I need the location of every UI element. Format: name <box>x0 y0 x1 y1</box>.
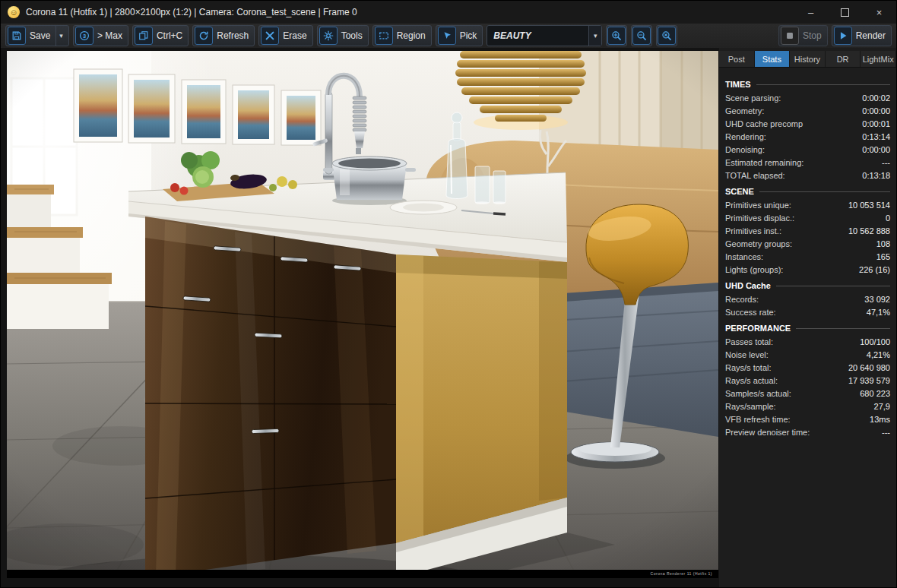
stat-value: 226 (16) <box>859 265 890 275</box>
stat-row: Samples/s actual:680 223 <box>719 387 896 400</box>
save-button[interactable]: Save ▾ <box>5 25 69 46</box>
stat-label: Rays/s actual: <box>725 376 778 386</box>
channel-dropdown-arrow[interactable]: ▾ <box>588 26 601 46</box>
stat-label: Scene parsing: <box>725 93 781 103</box>
minimize-button[interactable]: – <box>794 1 828 24</box>
zoom-out-button[interactable] <box>631 25 652 46</box>
tools-button[interactable]: Tools <box>317 25 369 46</box>
zoom-reset-button[interactable] <box>656 25 677 46</box>
stat-value: 13ms <box>870 415 890 425</box>
stat-label: Success rate: <box>725 308 776 318</box>
stat-label: Preview denoiser time: <box>725 428 810 438</box>
stat-value: 0:13:14 <box>862 132 890 142</box>
stats-section-title: PERFORMANCE <box>719 319 896 336</box>
channel-value: BEAUTY <box>487 30 588 41</box>
stats-section-title: TIMES <box>719 75 896 92</box>
stat-label: Primitives unique: <box>725 201 791 210</box>
save-label: Save <box>30 30 50 41</box>
tab-lightmix[interactable]: LightMix <box>861 51 896 67</box>
stat-label: Rays/s total: <box>725 363 772 373</box>
copy-label: Ctrl+C <box>157 30 182 41</box>
stat-row: Scene parsing:0:00:02 <box>719 92 896 105</box>
svg-text:3: 3 <box>83 33 86 40</box>
save-icon <box>8 27 26 45</box>
zoom-in-button[interactable] <box>606 25 627 46</box>
stat-value: 47,1% <box>867 308 890 318</box>
stat-value: 20 640 980 <box>848 363 890 373</box>
stats-section-title: SCENE <box>719 182 896 199</box>
copy-icon <box>135 27 153 45</box>
stat-label: UHD cache precomp <box>725 119 803 129</box>
erase-icon <box>261 27 279 45</box>
stat-value: 0:00:01 <box>862 119 890 129</box>
render-stamp: Corona Renderer 11 (Hotfix 1) <box>7 570 718 578</box>
stat-label: Records: <box>725 295 759 305</box>
zoom-reset-icon <box>658 27 676 45</box>
stop-label: Stop <box>803 30 822 41</box>
pick-arrow-icon <box>438 27 456 45</box>
erase-label: Erase <box>283 30 306 41</box>
stat-value: 108 <box>876 239 890 249</box>
stat-label: Samples/s actual: <box>725 389 791 399</box>
render-button[interactable]: Render <box>832 25 892 46</box>
region-icon <box>375 27 393 45</box>
tools-label: Tools <box>341 30 363 41</box>
stat-row: Preview denoiser time:--- <box>719 426 896 439</box>
stat-label: Geometry: <box>725 106 764 116</box>
refresh-button[interactable]: Refresh <box>192 25 255 46</box>
stat-value: 17 939 579 <box>848 376 890 386</box>
copy-button[interactable]: Ctrl+C <box>132 25 189 46</box>
side-panel: PostStatsHistoryDRLightMix TIMESScene pa… <box>719 48 896 587</box>
stat-value: 100/100 <box>860 337 890 347</box>
channel-select[interactable]: BEAUTY ▾ <box>487 25 602 46</box>
stat-value: 165 <box>876 252 890 262</box>
stat-label: Noise level: <box>725 350 769 360</box>
stat-value: 4,21% <box>867 350 890 360</box>
stats-sections: TIMESScene parsing:0:00:02Geometry:0:00:… <box>719 68 896 439</box>
stat-value: 0:00:00 <box>862 106 890 116</box>
stat-label: Primitives displac.: <box>725 213 794 223</box>
region-button[interactable]: Region <box>372 25 432 46</box>
stat-value: 680 223 <box>860 389 890 399</box>
stat-row: UHD cache precomp0:00:01 <box>719 118 896 131</box>
stop-icon <box>781 27 799 45</box>
tab-history[interactable]: History <box>790 51 826 67</box>
stat-row: Geometry:0:00:00 <box>719 105 896 118</box>
maximize-button[interactable] <box>828 1 862 24</box>
pick-label: Pick <box>460 30 477 41</box>
stat-row: Geometry groups:108 <box>719 238 896 251</box>
stop-button[interactable]: Stop <box>778 25 828 46</box>
render-viewport[interactable]: Corona Renderer 11 (Hotfix 1) <box>7 51 718 578</box>
save-dropdown-arrow[interactable]: ▾ <box>55 26 63 46</box>
stat-label: Estimated remaining: <box>725 158 803 168</box>
stat-label: Rays/sample: <box>725 402 776 412</box>
render-play-icon <box>834 27 852 45</box>
pick-button[interactable]: Pick <box>436 25 483 46</box>
refresh-label: Refresh <box>217 30 249 41</box>
tab-post[interactable]: Post <box>719 51 755 67</box>
stat-value: --- <box>882 158 890 168</box>
stat-value: 0 <box>886 213 890 223</box>
stat-row: Rays/s actual:17 939 579 <box>719 375 896 387</box>
stat-value: 0:13:18 <box>862 171 890 181</box>
stat-row: TOTAL elapsed:0:13:18 <box>719 169 896 182</box>
tab-stats[interactable]: Stats <box>755 51 791 67</box>
gear-icon <box>319 27 338 45</box>
stat-row: Instances:165 <box>719 251 896 264</box>
rendered-image <box>7 51 718 578</box>
stat-row: Rays/sample:27,9 <box>719 400 896 413</box>
zoom-in-icon <box>607 27 626 45</box>
stat-value: 0:00:00 <box>862 145 890 155</box>
toolbar: Save ▾ 3 > Max Ctrl+C Refresh Erase <box>1 24 896 49</box>
stat-label: Primitives inst.: <box>725 226 781 236</box>
max-resolution-button[interactable]: 3 > Max <box>73 25 128 46</box>
titlebar: ☺ Corona 11 (Hotfix 1) | 2800×2100px (1:… <box>1 1 896 24</box>
erase-button[interactable]: Erase <box>258 25 312 46</box>
stat-label: TOTAL elapsed: <box>725 171 785 181</box>
tab-dr[interactable]: DR <box>826 51 861 67</box>
window-title: Corona 11 (Hotfix 1) | 2800×2100px (1:2)… <box>26 7 794 17</box>
close-button[interactable]: × <box>862 1 896 24</box>
stat-value: 0:00:02 <box>862 93 890 103</box>
stat-row: Passes total:100/100 <box>719 336 896 349</box>
maximize-icon <box>841 8 849 17</box>
